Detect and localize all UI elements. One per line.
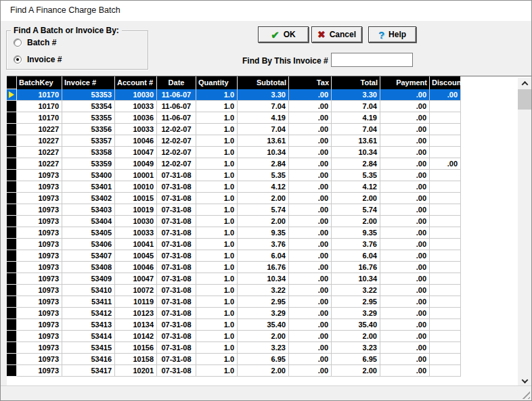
grid-cell[interactable]: .00 bbox=[289, 124, 332, 135]
row-indicator-cell[interactable] bbox=[7, 273, 17, 285]
grid-cell[interactable]: 11-06-07 bbox=[157, 112, 196, 124]
grid-cell[interactable]: 10033 bbox=[115, 101, 157, 112]
grid-cell[interactable]: .00 bbox=[289, 285, 332, 296]
grid-cell[interactable]: 53406 bbox=[62, 239, 115, 250]
row-indicator-cell[interactable] bbox=[7, 250, 17, 262]
grid-cell[interactable]: 1.0 bbox=[196, 319, 238, 331]
row-indicator-cell[interactable] bbox=[7, 354, 17, 365]
grid-cell[interactable]: 6.04 bbox=[238, 250, 289, 262]
grid-cell[interactable] bbox=[430, 342, 461, 354]
grid-cell[interactable]: .00 bbox=[380, 158, 430, 170]
grid-cell[interactable]: 1.0 bbox=[196, 296, 238, 308]
row-indicator-cell[interactable] bbox=[7, 193, 17, 204]
grid-cell[interactable] bbox=[430, 308, 461, 319]
grid-cell[interactable]: .00 bbox=[380, 181, 430, 193]
grid-cell[interactable]: 1.0 bbox=[196, 101, 238, 112]
grid-cell[interactable] bbox=[430, 354, 461, 365]
grid-cell[interactable]: 3.30 bbox=[332, 89, 380, 101]
grid-cell[interactable]: 10.34 bbox=[238, 147, 289, 158]
grid-cell[interactable] bbox=[430, 365, 461, 377]
row-indicator-cell[interactable] bbox=[7, 158, 17, 170]
grid-cell[interactable]: 1.0 bbox=[196, 308, 238, 319]
row-indicator-cell[interactable] bbox=[7, 308, 17, 319]
grid-cell[interactable]: 10033 bbox=[115, 227, 157, 239]
grid-cell[interactable]: .00 bbox=[380, 308, 430, 319]
grid-cell[interactable]: 10134 bbox=[115, 319, 157, 331]
row-indicator-cell[interactable] bbox=[7, 296, 17, 308]
grid-cell[interactable]: .00 bbox=[289, 193, 332, 204]
grid-cell[interactable]: .00 bbox=[380, 89, 430, 101]
grid-cell[interactable]: 53358 bbox=[62, 147, 115, 158]
grid-cell[interactable]: .00 bbox=[289, 250, 332, 262]
grid-cell[interactable]: .00 bbox=[380, 135, 430, 147]
grid-cell[interactable]: .00 bbox=[380, 204, 430, 216]
grid-cell[interactable]: .00 bbox=[289, 273, 332, 285]
grid-cell[interactable]: 10045 bbox=[115, 250, 157, 262]
table-row[interactable]: 10973534141014207-31-081.02.00.002.00.00 bbox=[7, 331, 461, 342]
grid-cell[interactable]: 10072 bbox=[115, 285, 157, 296]
table-row[interactable]: 10973534161015807-31-081.06.95.006.95.00 bbox=[7, 354, 461, 365]
grid-cell[interactable]: 53405 bbox=[62, 227, 115, 239]
grid-cell[interactable]: 07-31-08 bbox=[157, 239, 196, 250]
grid-cell[interactable]: 12-02-07 bbox=[157, 158, 196, 170]
grid-cell[interactable]: 10973 bbox=[17, 285, 62, 296]
grid-cell[interactable] bbox=[430, 101, 461, 112]
table-row[interactable]: 10973534001000107-31-081.05.35.005.35.00 bbox=[7, 170, 461, 181]
grid-cell[interactable]: 3.29 bbox=[332, 308, 380, 319]
table-row[interactable]: 10973534061004107-31-081.03.76.003.76.00 bbox=[7, 239, 461, 250]
grid-cell[interactable]: .00 bbox=[289, 147, 332, 158]
grid-cell[interactable]: .00 bbox=[380, 170, 430, 181]
grid-cell[interactable]: 10973 bbox=[17, 308, 62, 319]
cancel-button[interactable]: ✖ Cancel bbox=[311, 26, 362, 43]
grid-cell[interactable]: 4.19 bbox=[332, 112, 380, 124]
grid-cell[interactable]: 10973 bbox=[17, 354, 62, 365]
row-indicator-cell[interactable] bbox=[7, 204, 17, 216]
grid-cell[interactable]: 10033 bbox=[115, 124, 157, 135]
grid-cell[interactable]: 5.35 bbox=[332, 170, 380, 181]
grid-cell[interactable]: 53357 bbox=[62, 135, 115, 147]
row-indicator-cell[interactable] bbox=[7, 331, 17, 342]
radio-invoice-number[interactable]: Invoice # bbox=[14, 55, 62, 64]
grid-cell[interactable]: 10046 bbox=[115, 262, 157, 273]
grid-cell[interactable]: 07-31-08 bbox=[157, 365, 196, 377]
grid-cell[interactable]: 1.0 bbox=[196, 273, 238, 285]
grid-cell[interactable]: .00 bbox=[380, 342, 430, 354]
grid-cell[interactable]: .00 bbox=[289, 170, 332, 181]
grid-cell[interactable]: 07-31-08 bbox=[157, 319, 196, 331]
grid-cell[interactable]: 2.84 bbox=[332, 158, 380, 170]
grid-cell[interactable]: .00 bbox=[289, 308, 332, 319]
grid-cell[interactable]: 11-06-07 bbox=[157, 101, 196, 112]
grid-cell[interactable]: .00 bbox=[380, 273, 430, 285]
grid-cell[interactable]: 53417 bbox=[62, 365, 115, 377]
grid-cell[interactable]: .00 bbox=[289, 204, 332, 216]
grid-cell[interactable]: 53354 bbox=[62, 101, 115, 112]
grid-cell[interactable]: 1.0 bbox=[196, 147, 238, 158]
grid-cell[interactable]: 1.0 bbox=[196, 89, 238, 101]
grid-cell[interactable]: 10046 bbox=[115, 135, 157, 147]
grid-cell[interactable]: 7.04 bbox=[332, 101, 380, 112]
grid-cell[interactable]: 07-31-08 bbox=[157, 193, 196, 204]
radio-batch-number[interactable]: Batch # bbox=[14, 38, 56, 47]
grid-cell[interactable]: .00 bbox=[380, 331, 430, 342]
grid-cell[interactable]: .00 bbox=[289, 89, 332, 101]
grid-cell[interactable] bbox=[430, 331, 461, 342]
grid-cell[interactable] bbox=[430, 135, 461, 147]
grid-cell[interactable]: .00 bbox=[380, 319, 430, 331]
grid-cell[interactable] bbox=[430, 296, 461, 308]
grid-cell[interactable]: 10156 bbox=[115, 342, 157, 354]
grid-cell[interactable]: 1.0 bbox=[196, 365, 238, 377]
row-indicator-cell[interactable] bbox=[7, 170, 17, 181]
table-row[interactable]: 10227533571004612-02-071.013.61.0013.61.… bbox=[7, 135, 461, 147]
row-indicator-cell[interactable] bbox=[7, 216, 17, 227]
grid-cell[interactable]: 6.04 bbox=[332, 250, 380, 262]
row-indicator-cell[interactable] bbox=[7, 147, 17, 158]
grid-cell[interactable]: .00 bbox=[289, 239, 332, 250]
grid-cell[interactable] bbox=[430, 250, 461, 262]
grid-cell[interactable]: 07-31-08 bbox=[157, 285, 196, 296]
grid-cell[interactable]: .00 bbox=[289, 135, 332, 147]
grid-cell[interactable]: 3.29 bbox=[238, 308, 289, 319]
grid-cell[interactable]: .00 bbox=[380, 147, 430, 158]
grid-cell[interactable]: 10036 bbox=[115, 112, 157, 124]
grid-cell[interactable]: 2.00 bbox=[238, 193, 289, 204]
grid-cell[interactable]: 10001 bbox=[115, 170, 157, 181]
